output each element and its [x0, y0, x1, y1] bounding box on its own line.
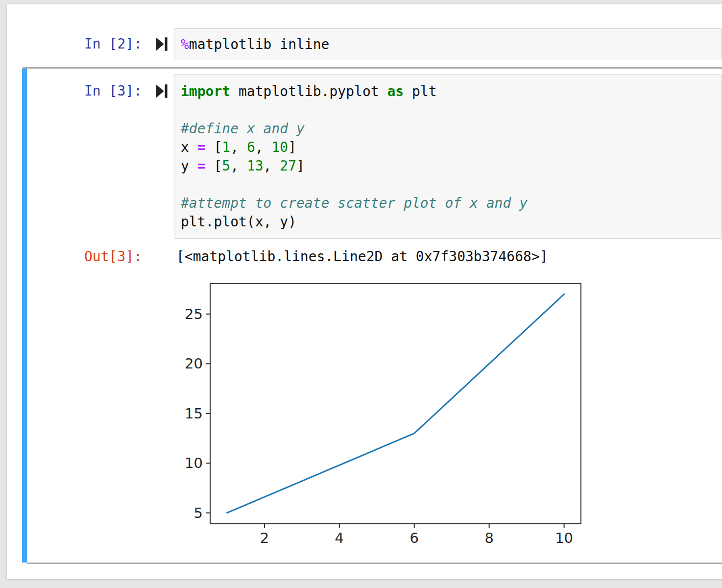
selected-cell-indicator-bar — [22, 69, 27, 563]
output-prompt: Out[3]: — [22, 247, 142, 266]
axes-box — [210, 283, 581, 524]
code-input-area[interactable]: import matplotlib.pyplot as plt #define … — [174, 74, 722, 239]
y-tick-label: 20 — [185, 355, 203, 372]
x-tick-label: 8 — [484, 530, 493, 546]
x-tick-label: 4 — [335, 530, 344, 546]
y-tick-label: 15 — [185, 405, 203, 422]
y-tick-label: 10 — [185, 455, 203, 471]
input-prompt: In [3]: — [22, 82, 142, 100]
selected-cell-top-border — [23, 67, 722, 69]
play-step-icon — [156, 84, 168, 98]
output-repr-text: [<matplotlib.lines.Line2D at 0x7f303b374… — [176, 247, 548, 266]
play-step-icon — [156, 37, 168, 51]
x-tick-label: 6 — [410, 530, 419, 546]
y-tick-label: 25 — [185, 306, 203, 322]
input-prompt: In [2]: — [22, 35, 142, 53]
x-tick-label: 2 — [260, 530, 269, 546]
code-editor[interactable]: %matplotlib inline — [174, 29, 722, 54]
code-input-area[interactable]: %matplotlib inline — [174, 28, 722, 60]
y-tick-label: 5 — [194, 505, 203, 521]
code-editor[interactable]: import matplotlib.pyplot as plt #define … — [174, 75, 722, 231]
run-cell-icon[interactable] — [156, 37, 168, 51]
notebook-panel: In [2]: %matplotlib inline In [3]: impor… — [7, 4, 722, 579]
selected-cell-bottom-border — [27, 563, 722, 564]
run-cell-icon[interactable] — [156, 84, 168, 98]
x-tick-label: 10 — [555, 530, 573, 546]
matplotlib-line-figure: 246810510152025 — [183, 276, 599, 550]
